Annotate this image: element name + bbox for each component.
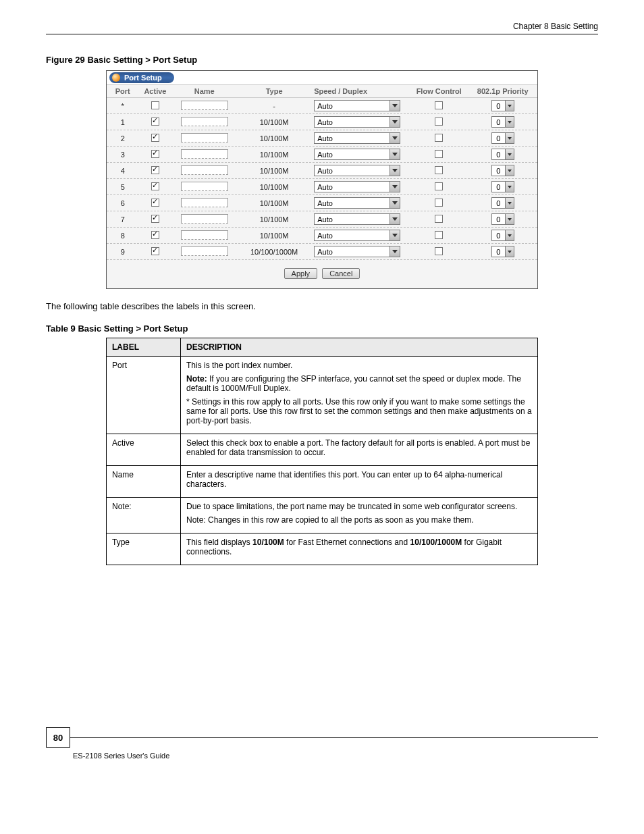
name-input[interactable] bbox=[181, 230, 228, 240]
page-number: 80 bbox=[46, 727, 70, 748]
type-value: 10/100M bbox=[234, 167, 314, 175]
chevron-down-icon bbox=[390, 182, 400, 192]
table-row: PortThis is the port index number.Note: … bbox=[107, 357, 538, 434]
port-index: 3 bbox=[109, 151, 136, 159]
active-checkbox[interactable] bbox=[151, 101, 159, 109]
chevron-down-icon bbox=[505, 230, 514, 240]
speed-duplex-select[interactable]: Auto bbox=[314, 181, 400, 192]
chapter-label: Chapter 8 Basic Setting bbox=[513, 22, 598, 31]
priority-select[interactable]: 0 bbox=[491, 197, 514, 209]
flow-control-checkbox[interactable] bbox=[435, 182, 443, 190]
panel-title-text: Port Setup bbox=[124, 74, 162, 82]
flow-control-checkbox[interactable] bbox=[435, 166, 443, 174]
name-input[interactable] bbox=[181, 117, 228, 126]
name-input[interactable] bbox=[181, 214, 228, 224]
priority-select[interactable]: 0 bbox=[491, 230, 514, 241]
table-row: 610/100MAuto0 bbox=[107, 195, 537, 211]
speed-duplex-select[interactable]: Auto bbox=[314, 149, 400, 160]
chevron-down-icon bbox=[390, 165, 400, 176]
port-index: 2 bbox=[109, 134, 136, 142]
speed-duplex-select[interactable]: Auto bbox=[314, 132, 400, 144]
chevron-down-icon bbox=[390, 101, 400, 111]
col-head-speed: Speed / Duplex bbox=[314, 87, 407, 95]
name-input[interactable] bbox=[181, 165, 228, 175]
speed-duplex-select[interactable]: Auto bbox=[314, 165, 400, 176]
speed-duplex-select[interactable]: Auto bbox=[314, 213, 400, 225]
active-checkbox[interactable] bbox=[151, 118, 159, 126]
port-index: 9 bbox=[109, 248, 136, 256]
chevron-down-icon bbox=[390, 214, 400, 224]
active-checkbox[interactable] bbox=[151, 247, 159, 255]
dtbl-desc: This field displays 10/100M for Fast Eth… bbox=[181, 533, 538, 565]
col-head-priority: 802.1p Priority bbox=[471, 87, 535, 95]
port-index: 6 bbox=[109, 199, 136, 207]
priority-select[interactable]: 0 bbox=[491, 246, 514, 257]
port-index: 8 bbox=[109, 232, 136, 240]
name-input[interactable] bbox=[181, 198, 228, 207]
name-input[interactable] bbox=[181, 101, 228, 110]
flow-control-checkbox[interactable] bbox=[435, 150, 443, 158]
name-input[interactable] bbox=[181, 246, 228, 256]
speed-duplex-select[interactable]: Auto bbox=[314, 246, 400, 257]
priority-select[interactable]: 0 bbox=[491, 116, 514, 128]
speed-duplex-select[interactable]: Auto bbox=[314, 116, 400, 128]
dtbl-label: Type bbox=[107, 533, 181, 565]
dtbl-label: Active bbox=[107, 434, 181, 466]
priority-select[interactable]: 0 bbox=[491, 181, 514, 192]
flow-control-checkbox[interactable] bbox=[435, 199, 443, 207]
priority-select[interactable]: 0 bbox=[491, 213, 514, 225]
table-row: 510/100MAuto0 bbox=[107, 179, 537, 195]
port-setup-table: Port Active Name Type Speed / Duplex Flo… bbox=[107, 85, 537, 260]
apply-button[interactable]: Apply bbox=[284, 268, 318, 279]
active-checkbox[interactable] bbox=[151, 182, 159, 190]
chevron-down-icon bbox=[505, 198, 514, 208]
table-row: TypeThis field displays 10/100M for Fast… bbox=[107, 533, 538, 565]
speed-duplex-select[interactable]: Auto bbox=[314, 230, 400, 241]
chevron-down-icon bbox=[505, 149, 514, 159]
cancel-button[interactable]: Cancel bbox=[322, 268, 360, 279]
chevron-down-icon bbox=[390, 133, 400, 143]
chevron-down-icon bbox=[505, 133, 514, 143]
active-checkbox[interactable] bbox=[151, 134, 159, 142]
flow-control-checkbox[interactable] bbox=[435, 231, 443, 239]
active-checkbox[interactable] bbox=[151, 231, 159, 239]
priority-select[interactable]: 0 bbox=[491, 149, 514, 160]
chevron-down-icon bbox=[505, 214, 514, 224]
priority-select[interactable]: 0 bbox=[491, 100, 514, 111]
chevron-down-icon bbox=[505, 182, 514, 192]
panel-bullet-icon bbox=[112, 74, 120, 82]
active-checkbox[interactable] bbox=[151, 199, 159, 207]
col-head-port: Port bbox=[109, 87, 136, 95]
dtbl-desc: This is the port index number.Note: If y… bbox=[181, 357, 538, 434]
name-input[interactable] bbox=[181, 149, 228, 159]
chevron-down-icon bbox=[390, 117, 400, 127]
flow-control-checkbox[interactable] bbox=[435, 101, 443, 109]
chevron-down-icon bbox=[505, 165, 514, 176]
speed-duplex-select[interactable]: Auto bbox=[314, 100, 400, 111]
active-checkbox[interactable] bbox=[151, 166, 159, 174]
active-checkbox[interactable] bbox=[151, 150, 159, 158]
active-checkbox[interactable] bbox=[151, 215, 159, 223]
figure-caption: Figure 29 Basic Setting > Port Setup bbox=[46, 55, 598, 65]
table-row: NameEnter a descriptive name that identi… bbox=[107, 466, 538, 498]
flow-control-checkbox[interactable] bbox=[435, 134, 443, 142]
flow-control-checkbox[interactable] bbox=[435, 118, 443, 126]
chevron-down-icon bbox=[390, 246, 400, 257]
table-caption: Table 9 Basic Setting > Port Setup bbox=[46, 323, 598, 334]
speed-duplex-select[interactable]: Auto bbox=[314, 197, 400, 209]
table-row: 110/100MAuto0 bbox=[107, 114, 537, 130]
flow-control-checkbox[interactable] bbox=[435, 215, 443, 223]
type-value: 10/100M bbox=[234, 183, 314, 191]
table-row: 710/100MAuto0 bbox=[107, 211, 537, 228]
name-input[interactable] bbox=[181, 133, 228, 142]
flow-control-checkbox[interactable] bbox=[435, 247, 443, 255]
type-value: 10/100M bbox=[234, 199, 314, 207]
type-value: 10/100M bbox=[234, 215, 314, 224]
priority-select[interactable]: 0 bbox=[491, 165, 514, 176]
col-head-flow: Flow Control bbox=[407, 87, 471, 95]
col-head-type: Type bbox=[234, 87, 314, 95]
type-value: - bbox=[234, 102, 314, 110]
priority-select[interactable]: 0 bbox=[491, 132, 514, 144]
table-row: 310/100MAuto0 bbox=[107, 147, 537, 163]
name-input[interactable] bbox=[181, 182, 228, 191]
